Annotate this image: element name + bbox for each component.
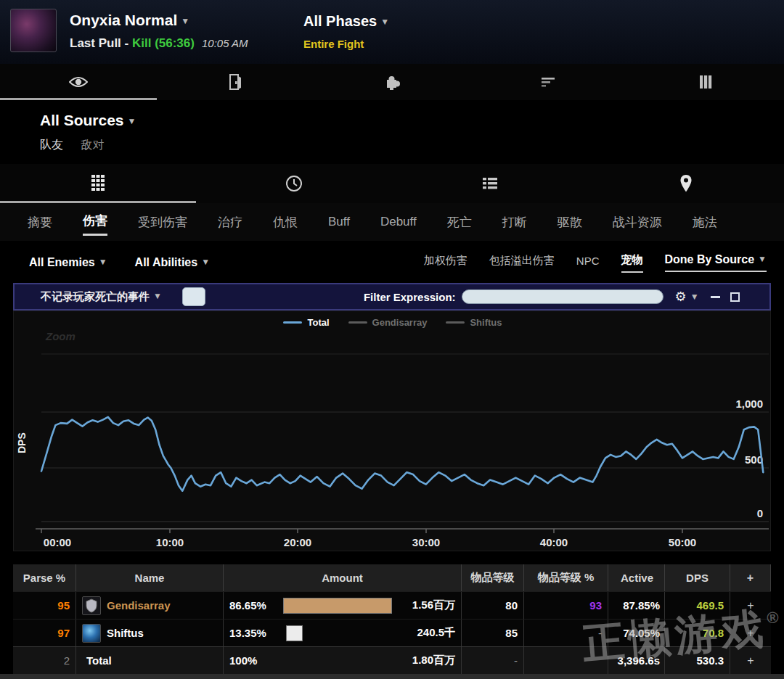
option-include-overkill[interactable]: 包括溢出伤害 xyxy=(489,254,555,272)
phase-dropdown-label: All Phases xyxy=(303,13,377,29)
filter-expression-input[interactable] xyxy=(462,289,663,304)
main-icon-tabs xyxy=(0,64,784,100)
legend-line-icon xyxy=(283,321,302,324)
ilvl-percent-value[interactable]: 93 xyxy=(524,592,608,619)
tab-list-view[interactable] xyxy=(392,164,588,203)
done-by-source-dropdown[interactable]: Done By Source▼ xyxy=(665,253,767,272)
chart-svg[interactable]: 1,000 500 0 00:00 10:00 20:00 30:00 40:0… xyxy=(14,311,772,552)
col-amount[interactable]: Amount xyxy=(224,564,462,591)
x-tick-labels: 00:00 10:00 20:00 30:00 40:00 50:00 xyxy=(44,536,696,548)
phase-selected: Entire Fight xyxy=(303,38,364,50)
tab-table-view[interactable] xyxy=(0,164,196,203)
graph-toolbar: 不记录玩家死亡的事件▼ Filter Expression: ⚙▼ xyxy=(13,283,771,310)
ilvl-value: 85 xyxy=(462,620,524,646)
done-by-source-label: Done By Source xyxy=(665,253,755,266)
minimize-button[interactable] xyxy=(711,296,720,298)
chevron-down-icon: ▼ xyxy=(128,116,136,126)
ilvl-value: - xyxy=(462,647,524,674)
tab-buffs[interactable]: Buff xyxy=(328,210,350,234)
tab-friendlies[interactable]: 队友 xyxy=(40,139,63,151)
tab-interrupts[interactable]: 打断 xyxy=(502,210,527,235)
legend-line-icon xyxy=(348,321,367,324)
col-plus[interactable]: + xyxy=(730,564,771,591)
death-events-dropdown-label: 不记录玩家死亡的事件 xyxy=(41,290,150,303)
graph-settings-button[interactable]: ⚙▼ xyxy=(675,289,699,305)
death-cutoff-input[interactable] xyxy=(182,287,205,306)
amount-percent: 86.65% xyxy=(229,599,283,612)
tab-deaths[interactable]: 死亡 xyxy=(447,210,472,235)
tab-debuffs[interactable]: Debuff xyxy=(380,210,417,234)
graph-window: 不记录玩家死亡的事件▼ Filter Expression: ⚙▼ Total … xyxy=(13,283,771,551)
amount-value: 240.5千 xyxy=(388,626,455,640)
chart-legend: Total Gendisarray Shiftus xyxy=(14,317,772,328)
tab-dispels[interactable]: 驱散 xyxy=(558,210,582,235)
parse-value[interactable]: 95 xyxy=(13,592,76,619)
clock-icon xyxy=(285,175,303,192)
table-row: 97 Shiftus 13.35% 240.5千 85 - 74.05% 70.… xyxy=(13,619,771,646)
sources-dropdown[interactable]: All Sources▼ xyxy=(40,112,136,129)
tab-overview[interactable] xyxy=(0,64,157,100)
option-pets[interactable]: 宠物 xyxy=(621,253,643,273)
enemies-dropdown-label: All Enemies xyxy=(29,256,95,268)
chevron-down-icon: ▼ xyxy=(690,292,699,302)
parse-value[interactable]: 97 xyxy=(13,620,76,646)
ilvl-value: 80 xyxy=(462,592,524,619)
warcraft-logs-page: Onyxia Normal▼ Last Pull - Kill (56:36)1… xyxy=(0,0,784,679)
pet-name[interactable]: Shiftus xyxy=(107,627,144,639)
tab-events[interactable] xyxy=(157,64,314,100)
dps-value: 70.8 xyxy=(665,620,730,646)
tab-rankings[interactable] xyxy=(470,64,627,100)
chevron-down-icon: ▼ xyxy=(380,17,389,27)
svg-text:00:00: 00:00 xyxy=(44,536,71,548)
phase-dropdown[interactable]: All Phases▼ xyxy=(303,13,389,30)
legend-gendisarray[interactable]: Gendisarray xyxy=(348,317,428,328)
svg-text:30:00: 30:00 xyxy=(412,536,440,548)
tab-guild[interactable] xyxy=(627,64,784,100)
enemies-dropdown[interactable]: All Enemies▼ xyxy=(29,256,107,269)
player-name[interactable]: Gendisarray xyxy=(107,599,171,612)
abilities-dropdown-label: All Abilities xyxy=(135,256,198,268)
tab-damage-done[interactable]: 伤害 xyxy=(83,208,107,236)
legend-shiftus[interactable]: Shiftus xyxy=(446,317,502,328)
row-count: 2 xyxy=(13,647,76,674)
tab-casts[interactable]: 施法 xyxy=(693,210,717,235)
tab-enemies[interactable]: 敌对 xyxy=(81,139,104,151)
death-events-dropdown[interactable]: 不记录玩家死亡的事件▼ xyxy=(41,290,162,304)
tab-resources[interactable]: 战斗资源 xyxy=(613,210,662,235)
col-parse[interactable]: Parse % xyxy=(13,564,76,591)
tab-damage-taken[interactable]: 受到伤害 xyxy=(138,210,187,235)
legend-total[interactable]: Total xyxy=(283,317,329,328)
dps-value: 469.5 xyxy=(665,592,730,619)
maximize-button[interactable] xyxy=(730,292,740,302)
boss-avatar xyxy=(10,9,57,52)
amount-bar xyxy=(283,598,392,614)
tab-map-view[interactable] xyxy=(588,164,784,203)
report-header: Onyxia Normal▼ Last Pull - Kill (56:36)1… xyxy=(0,0,784,64)
amount-percent: 100% xyxy=(229,654,286,667)
abilities-dropdown[interactable]: All Abilities▼ xyxy=(135,256,210,269)
col-name[interactable]: Name xyxy=(76,564,224,591)
active-value: 3,396.6s xyxy=(608,647,665,674)
amount-bar xyxy=(286,625,303,641)
col-ilvl-pct[interactable]: 物品等级 % xyxy=(524,564,608,591)
amount-bar-track xyxy=(283,598,392,614)
tab-threat[interactable]: 仇恨 xyxy=(273,210,298,235)
tab-healing[interactable]: 治疗 xyxy=(218,210,242,235)
expand-row-button[interactable]: + xyxy=(730,620,771,646)
tab-summary[interactable]: 摘要 xyxy=(28,210,52,235)
query-options-row: All Enemies▼ All Abilities▼ 加权伤害 包括溢出伤害 … xyxy=(0,242,784,283)
col-ilvl[interactable]: 物品等级 xyxy=(462,564,524,591)
boss-fight-dropdown[interactable]: Onyxia Normal▼ xyxy=(70,12,189,29)
option-npc[interactable]: NPC xyxy=(576,255,600,271)
col-dps[interactable]: DPS xyxy=(665,564,730,591)
option-weighted-damage[interactable]: 加权伤害 xyxy=(424,254,467,272)
tab-plugins[interactable] xyxy=(314,64,470,100)
tab-timeline-view[interactable] xyxy=(196,164,392,203)
col-active[interactable]: Active xyxy=(608,564,665,591)
expand-row-button[interactable]: + xyxy=(730,647,771,674)
expand-row-button[interactable]: + xyxy=(730,592,771,619)
list-icon xyxy=(482,177,498,190)
svg-text:50:00: 50:00 xyxy=(669,536,696,548)
y-axis-label: DPS xyxy=(16,432,28,453)
dps-line xyxy=(41,417,763,491)
